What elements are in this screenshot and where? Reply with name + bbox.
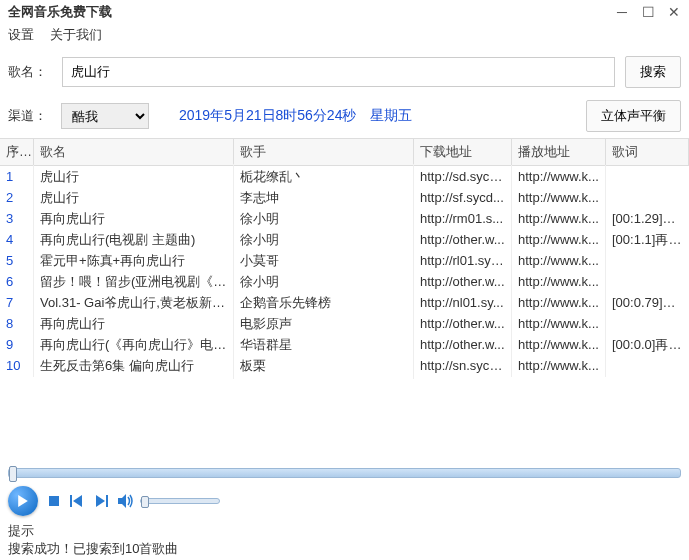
cell-play: http://www.k...	[512, 291, 606, 314]
cell-idx: 8	[0, 312, 34, 335]
cell-play: http://www.k...	[512, 312, 606, 335]
close-button[interactable]: ✕	[667, 5, 681, 19]
svg-marker-6	[118, 494, 126, 508]
menu-about[interactable]: 关于我们	[50, 27, 102, 42]
cell-idx: 7	[0, 291, 34, 314]
cell-play: http://www.k...	[512, 354, 606, 377]
volume-slider[interactable]	[140, 498, 220, 504]
col-header-lyrics[interactable]: 歌词	[606, 139, 689, 165]
cell-play: http://www.k...	[512, 165, 606, 188]
cell-lyrics: [00:1.1]再向...	[606, 227, 689, 253]
cell-download: http://sf.sycd...	[414, 186, 512, 209]
svg-marker-0	[18, 495, 28, 507]
cell-idx: 2	[0, 186, 34, 209]
next-button[interactable]	[94, 495, 108, 507]
cell-download: http://sd.sycd...	[414, 165, 512, 188]
col-header-singer[interactable]: 歌手	[234, 139, 414, 165]
status-message: 搜索成功！已搜索到10首歌曲	[8, 540, 681, 558]
col-header-index[interactable]: 序号	[0, 139, 34, 165]
cell-download: http://rl01.syc...	[414, 249, 512, 272]
cell-play: http://www.k...	[512, 207, 606, 230]
cell-download: http://other.w...	[414, 333, 512, 356]
seek-thumb[interactable]	[9, 466, 17, 482]
cell-download: http://sn.sycd...	[414, 354, 512, 377]
cell-download: http://other.w...	[414, 270, 512, 293]
search-button[interactable]: 搜索	[625, 56, 681, 88]
cell-idx: 6	[0, 270, 34, 293]
cell-download: http://rm01.s...	[414, 207, 512, 230]
play-button[interactable]	[8, 486, 38, 516]
cell-play: http://www.k...	[512, 270, 606, 293]
col-header-name[interactable]: 歌名	[34, 139, 234, 165]
svg-rect-1	[49, 496, 59, 506]
results-table: 序号 歌名 歌手 下载地址 播放地址 歌词 1虎山行栀花缭乱丶http://sd…	[0, 138, 689, 376]
stereo-balance-button[interactable]: 立体声平衡	[586, 100, 681, 132]
cell-lyrics	[606, 362, 689, 370]
channel-select[interactable]: 酷我	[61, 103, 149, 129]
col-header-download[interactable]: 下载地址	[414, 139, 512, 165]
cell-idx: 10	[0, 354, 34, 377]
cell-play: http://www.k...	[512, 186, 606, 209]
cell-lyrics	[606, 278, 689, 286]
col-header-play[interactable]: 播放地址	[512, 139, 606, 165]
channel-label: 渠道：	[8, 107, 47, 125]
volume-thumb[interactable]	[141, 496, 149, 508]
svg-rect-5	[106, 495, 108, 507]
cell-idx: 5	[0, 249, 34, 272]
table-row[interactable]: 10生死反击第6集 偏向虎山行板栗http://sn.sycd...http:/…	[0, 355, 689, 376]
cell-singer: 板栗	[234, 353, 414, 379]
cell-download: http://other.w...	[414, 228, 512, 251]
cell-lyrics: [00:0.79]此歌...	[606, 290, 689, 316]
cell-play: http://www.k...	[512, 333, 606, 356]
prev-button[interactable]	[70, 495, 84, 507]
search-label: 歌名：	[8, 63, 52, 81]
cell-idx: 1	[0, 165, 34, 188]
minimize-button[interactable]: ─	[615, 5, 629, 19]
cell-lyrics: [00:0.0]再向...	[606, 332, 689, 358]
svg-marker-3	[73, 495, 82, 507]
cell-name: 生死反击第6集 偏向虎山行	[34, 353, 234, 379]
status-label: 提示	[8, 522, 681, 540]
cell-idx: 9	[0, 333, 34, 356]
cell-download: http://nl01.sy...	[414, 291, 512, 314]
volume-icon[interactable]	[118, 494, 134, 508]
cell-lyrics	[606, 257, 689, 265]
menu-settings[interactable]: 设置	[8, 27, 34, 42]
cell-lyrics	[606, 194, 689, 202]
maximize-button[interactable]: ☐	[641, 5, 655, 19]
stop-button[interactable]	[48, 495, 60, 507]
search-input[interactable]	[62, 57, 615, 87]
datetime-display: 2019年5月21日8时56分24秒 星期五	[179, 107, 412, 125]
cell-download: http://other.w...	[414, 312, 512, 335]
cell-lyrics	[606, 320, 689, 328]
svg-rect-2	[70, 495, 72, 507]
cell-play: http://www.k...	[512, 249, 606, 272]
window-title: 全网音乐免费下载	[8, 3, 615, 21]
cell-idx: 4	[0, 228, 34, 251]
cell-lyrics	[606, 173, 689, 181]
seek-slider[interactable]	[8, 468, 681, 478]
cell-idx: 3	[0, 207, 34, 230]
cell-play: http://www.k...	[512, 228, 606, 251]
svg-marker-4	[96, 495, 105, 507]
